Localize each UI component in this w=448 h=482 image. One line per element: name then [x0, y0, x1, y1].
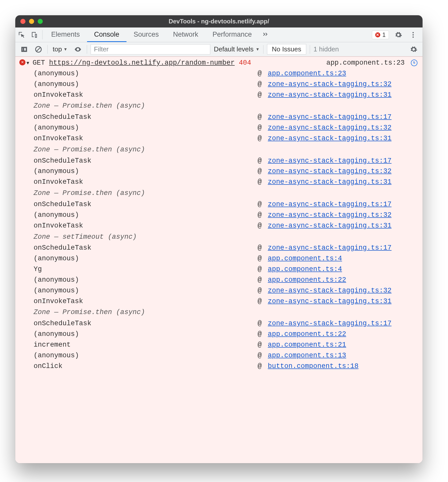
frame-function: onInvokeTask [34, 177, 258, 188]
async-boundary: Zone — Promise.then (async) [34, 307, 417, 318]
frame-source-link[interactable]: zone-async-stack-tagging.ts:32 [268, 210, 417, 221]
frame-at: @ [258, 123, 268, 133]
stack-frame: (anonymous)@app.component.ts:22 [34, 275, 417, 286]
frame-source-link[interactable]: zone-async-stack-tagging.ts:31 [268, 90, 417, 101]
device-toggle-button[interactable] [28, 27, 41, 42]
clear-console-button[interactable] [33, 44, 44, 55]
frame-at: @ [258, 112, 268, 123]
log-message: GET https://ng-devtools.netlify.app/rand… [33, 58, 326, 68]
tab-performance[interactable]: Performance [205, 27, 259, 42]
inspect-element-button[interactable] [15, 27, 28, 42]
eye-icon [74, 46, 82, 53]
frame-function: onInvokeTask [34, 90, 258, 101]
log-gutter[interactable]: ✕ ▼ [17, 58, 33, 67]
toggle-sidebar-button[interactable] [19, 44, 30, 55]
frame-source-link[interactable]: app.component.ts:21 [268, 340, 417, 350]
frame-source-link[interactable]: zone-async-stack-tagging.ts:17 [268, 243, 417, 253]
request-url[interactable]: https://ng-devtools.netlify.app/random-n… [49, 59, 235, 67]
error-icon: ✕ [375, 32, 380, 37]
panel-tabs: Elements Console Sources Network Perform… [15, 27, 423, 42]
device-icon [31, 31, 38, 39]
live-expression-button[interactable] [73, 44, 83, 55]
gear-icon [410, 46, 417, 53]
frame-source-link[interactable]: zone-async-stack-tagging.ts:31 [268, 133, 417, 144]
frame-source-link[interactable]: zone-async-stack-tagging.ts:31 [268, 296, 417, 307]
zoom-window-button[interactable] [38, 19, 43, 24]
navigate-icon: ⇅ [411, 60, 417, 66]
stack-frame: Yg@app.component.ts:4 [34, 264, 417, 275]
filter-input[interactable] [91, 44, 210, 54]
frame-at: @ [258, 166, 268, 177]
console-toolbar: top ▼ Default levels ▼ No Issues 1 hidde… [15, 42, 423, 56]
frame-source-link[interactable]: app.component.ts:13 [268, 350, 417, 361]
frame-source-link[interactable]: app.component.ts:4 [268, 264, 417, 275]
stack-trace: (anonymous)@app.component.ts:23(anonymou… [15, 68, 423, 374]
frame-source-link[interactable]: zone-async-stack-tagging.ts:17 [268, 156, 417, 166]
frame-source-link[interactable]: zone-async-stack-tagging.ts:31 [268, 221, 417, 231]
frame-at: @ [258, 79, 268, 90]
settings-button[interactable] [393, 30, 404, 40]
frame-source-link[interactable]: app.component.ts:22 [268, 275, 417, 286]
stack-frame: onScheduleTask@zone-async-stack-tagging.… [34, 243, 417, 253]
stack-frame: onInvokeTask@zone-async-stack-tagging.ts… [34, 90, 417, 101]
frame-function: onInvokeTask [34, 296, 258, 307]
frame-at: @ [258, 264, 268, 275]
frame-source-link[interactable]: zone-async-stack-tagging.ts:17 [268, 112, 417, 123]
frame-source-link[interactable]: zone-async-stack-tagging.ts:17 [268, 199, 417, 210]
context-label: top [53, 45, 62, 53]
frame-source-link[interactable]: button.component.ts:18 [268, 361, 417, 372]
frame-function: Yg [34, 264, 258, 275]
error-icon: ✕ [19, 59, 25, 65]
async-boundary: Zone — Promise.then (async) [34, 144, 417, 156]
svg-point-0 [413, 32, 414, 33]
frame-source-link[interactable]: app.component.ts:22 [268, 329, 417, 340]
close-window-button[interactable] [20, 19, 25, 24]
stack-frame: (anonymous)@zone-async-stack-tagging.ts:… [34, 79, 417, 90]
log-levels-selector[interactable]: Default levels ▼ [214, 45, 260, 53]
source-link-inline[interactable]: app.component.ts:23 ⇅ [326, 58, 417, 68]
frame-function: onScheduleTask [34, 243, 258, 253]
frame-function: (anonymous) [34, 123, 258, 133]
frame-source-link[interactable]: zone-async-stack-tagging.ts:17 [268, 318, 417, 329]
tab-elements[interactable]: Elements [44, 27, 87, 42]
frame-function: onClick [34, 361, 258, 372]
async-boundary: Zone — Promise.then (async) [34, 188, 417, 199]
frame-at: @ [258, 68, 268, 79]
more-menu-button[interactable] [408, 30, 418, 40]
frame-at: @ [258, 243, 268, 253]
frame-source-link[interactable]: zone-async-stack-tagging.ts:32 [268, 79, 417, 90]
tab-network[interactable]: Network [166, 27, 205, 42]
frame-source-link[interactable]: zone-async-stack-tagging.ts:32 [268, 286, 417, 296]
frame-at: @ [258, 350, 268, 361]
stack-frame: (anonymous)@app.component.ts:4 [34, 253, 417, 264]
stack-frame: onInvokeTask@zone-async-stack-tagging.ts… [34, 177, 417, 188]
svg-point-2 [413, 36, 414, 38]
context-selector[interactable]: top ▼ [51, 45, 69, 53]
frame-source-link[interactable]: app.component.ts:23 [268, 68, 417, 79]
frame-function: onInvokeTask [34, 133, 258, 144]
error-count-chip[interactable]: ✕ 1 [372, 31, 389, 39]
minimize-window-button[interactable] [29, 19, 34, 24]
frame-source-link[interactable]: zone-async-stack-tagging.ts:32 [268, 166, 417, 177]
tab-sources[interactable]: Sources [127, 27, 166, 42]
gear-icon [395, 31, 402, 39]
svg-line-4 [37, 47, 40, 51]
frame-at: @ [258, 177, 268, 188]
frame-at: @ [258, 221, 268, 231]
async-boundary: Zone — setTimeout (async) [34, 231, 417, 243]
stack-frame: onScheduleTask@zone-async-stack-tagging.… [34, 156, 417, 166]
frame-function: (anonymous) [34, 286, 258, 296]
more-tabs-button[interactable] [259, 27, 272, 42]
stack-frame: onInvokeTask@zone-async-stack-tagging.ts… [34, 133, 417, 144]
frame-source-link[interactable]: zone-async-stack-tagging.ts:31 [268, 177, 417, 188]
frame-source-link[interactable]: app.component.ts:4 [268, 253, 417, 264]
expand-toggle[interactable]: ▼ [26, 60, 29, 67]
issues-button[interactable]: No Issues [267, 44, 306, 54]
tab-console[interactable]: Console [87, 27, 127, 42]
console-settings-button[interactable] [408, 44, 419, 55]
frame-function: onScheduleTask [34, 318, 258, 329]
devtools-window: DevTools - ng-devtools.netlify.app/ Elem… [15, 15, 423, 463]
frame-source-link[interactable]: zone-async-stack-tagging.ts:32 [268, 123, 417, 133]
frame-function: onScheduleTask [34, 199, 258, 210]
frame-function: (anonymous) [34, 79, 258, 90]
